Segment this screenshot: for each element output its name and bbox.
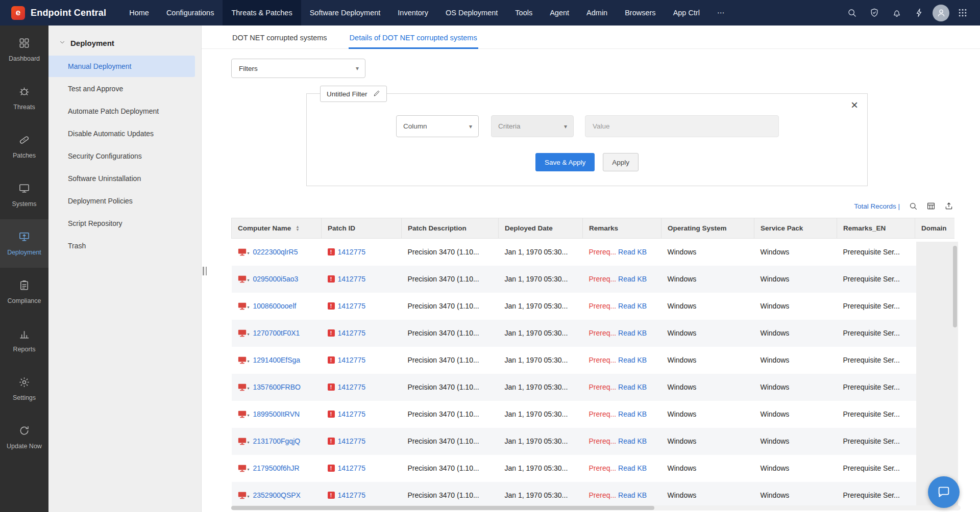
patch-id-link[interactable]: 1412775 bbox=[338, 248, 366, 256]
table-vertical-scrollbar[interactable] bbox=[916, 242, 958, 506]
rail-item-compliance[interactable]: Compliance bbox=[0, 268, 48, 316]
value-input[interactable] bbox=[585, 115, 779, 137]
sidebar-item-manual-deployment[interactable]: Manual Deployment bbox=[48, 56, 195, 77]
sort-arrows-icon[interactable]: ▲▼ bbox=[296, 225, 299, 232]
device-menu-caret-icon[interactable]: ▾ bbox=[248, 332, 250, 337]
horizontal-scrollbar[interactable] bbox=[231, 505, 961, 510]
export-icon[interactable] bbox=[944, 201, 953, 211]
read-kb-link[interactable]: Read KB bbox=[618, 302, 647, 310]
rail-item-systems[interactable]: Systems bbox=[0, 171, 48, 219]
close-filter-icon[interactable]: × bbox=[851, 99, 858, 111]
tab-dot-net-corrupted-systems[interactable]: DOT NET corrupted systems bbox=[231, 29, 328, 49]
sidebar-item-test-and-approve[interactable]: Test and Approve bbox=[48, 78, 195, 99]
nav-item-admin[interactable]: Admin bbox=[578, 0, 616, 25]
search-records-icon[interactable] bbox=[909, 201, 918, 211]
sidebar-section-header[interactable]: Deployment bbox=[48, 25, 201, 56]
read-kb-link[interactable]: Read KB bbox=[618, 248, 647, 256]
computer-name-link[interactable]: 2179500f6hJR bbox=[253, 464, 300, 472]
nav-item-inventory[interactable]: Inventory bbox=[389, 0, 437, 25]
rail-item-reports[interactable]: Reports bbox=[0, 316, 48, 365]
criteria-select[interactable]: Criteria ▾ bbox=[491, 115, 574, 137]
computer-name-link[interactable]: 0295000i5ao3 bbox=[253, 275, 299, 283]
nav-item-agent[interactable]: Agent bbox=[541, 0, 578, 25]
sidebar-item-security-configurations[interactable]: Security Configurations bbox=[48, 145, 195, 167]
horizontal-scroll-thumb[interactable] bbox=[231, 506, 654, 510]
read-kb-link[interactable]: Read KB bbox=[618, 275, 647, 283]
read-kb-link[interactable]: Read KB bbox=[618, 356, 647, 364]
device-menu-caret-icon[interactable]: ▾ bbox=[248, 440, 250, 445]
patch-id-link[interactable]: 1412775 bbox=[338, 410, 366, 418]
device-menu-caret-icon[interactable]: ▾ bbox=[248, 494, 250, 499]
read-kb-link[interactable]: Read KB bbox=[618, 464, 647, 472]
patch-id-link[interactable]: 1412775 bbox=[338, 437, 366, 445]
computer-name-link[interactable]: 0222300qlrR5 bbox=[253, 248, 298, 256]
save-apply-button[interactable]: Save & Apply bbox=[535, 153, 595, 171]
panel-resize-handle[interactable] bbox=[203, 267, 207, 275]
rail-item-update-now[interactable]: Update Now bbox=[0, 413, 48, 462]
column-header-patch-id[interactable]: Patch ID bbox=[322, 218, 402, 239]
patch-id-link[interactable]: 1412775 bbox=[338, 464, 366, 472]
nav-item-threats-patches[interactable]: Threats & Patches bbox=[223, 0, 301, 25]
user-avatar[interactable] bbox=[933, 5, 949, 21]
rail-item-dashboard[interactable]: Dashboard bbox=[0, 25, 48, 74]
sidebar-item-disable-automatic-updates[interactable]: Disable Automatic Updates bbox=[48, 123, 195, 144]
edit-filter-icon[interactable] bbox=[373, 90, 380, 98]
column-header-computer-name[interactable]: Computer Name▲▼ bbox=[232, 218, 322, 239]
computer-name-link[interactable]: 2352900QSPX bbox=[253, 491, 301, 499]
computer-name-link[interactable]: 1899500ItRVN bbox=[253, 410, 300, 418]
column-header-remarks[interactable]: Remarks bbox=[583, 218, 662, 239]
column-header-service-pack[interactable]: Service Pack bbox=[754, 218, 837, 239]
apply-button[interactable]: Apply bbox=[603, 153, 639, 171]
device-menu-caret-icon[interactable]: ▾ bbox=[248, 467, 250, 472]
device-menu-caret-icon[interactable]: ▾ bbox=[248, 305, 250, 310]
sidebar-item-deployment-policies[interactable]: Deployment Policies bbox=[48, 190, 195, 212]
read-kb-link[interactable]: Read KB bbox=[618, 410, 647, 418]
nav-item-tools[interactable]: Tools bbox=[506, 0, 541, 25]
assistant-fab[interactable] bbox=[928, 476, 960, 508]
search-icon[interactable] bbox=[843, 4, 861, 22]
nav-item-configurations[interactable]: Configurations bbox=[158, 0, 223, 25]
sidebar-item-script-repository[interactable]: Script Repository bbox=[48, 213, 195, 234]
filters-dropdown[interactable]: Filters ▾ bbox=[231, 59, 365, 78]
device-menu-caret-icon[interactable]: ▾ bbox=[248, 251, 250, 255]
patch-id-link[interactable]: 1412775 bbox=[338, 383, 366, 391]
nav-item-os-deployment[interactable]: OS Deployment bbox=[437, 0, 506, 25]
patch-id-link[interactable]: 1412775 bbox=[338, 329, 366, 337]
read-kb-link[interactable]: Read KB bbox=[618, 383, 647, 391]
patch-id-link[interactable]: 1412775 bbox=[338, 275, 366, 283]
quick-actions-icon[interactable] bbox=[910, 4, 928, 22]
tab-details-of-dot-net-corrupted-systems[interactable]: Details of DOT NET corrupted systems bbox=[349, 29, 478, 49]
nav-item-browsers[interactable]: Browsers bbox=[616, 0, 664, 25]
read-kb-link[interactable]: Read KB bbox=[618, 437, 647, 445]
rail-item-patches[interactable]: Patches bbox=[0, 122, 48, 171]
patch-id-link[interactable]: 1412775 bbox=[338, 302, 366, 310]
sidebar-item-trash[interactable]: Trash bbox=[48, 235, 195, 257]
computer-name-link[interactable]: 1291400EfSga bbox=[253, 356, 301, 364]
read-kb-link[interactable]: Read KB bbox=[618, 329, 647, 337]
patch-id-link[interactable]: 1412775 bbox=[338, 356, 366, 364]
column-header-operating-system[interactable]: Operating System bbox=[662, 218, 754, 239]
device-menu-caret-icon[interactable]: ▾ bbox=[248, 278, 250, 283]
apps-grid-icon[interactable] bbox=[953, 4, 972, 22]
device-menu-caret-icon[interactable]: ▾ bbox=[248, 359, 250, 364]
rail-item-deployment[interactable]: Deployment bbox=[0, 219, 48, 268]
sidebar-item-software-uninstallation[interactable]: Software Uninstallation bbox=[48, 168, 195, 189]
filter-name-chip[interactable]: Untitled Filter bbox=[320, 86, 387, 102]
column-header-patch-description[interactable]: Patch Description bbox=[402, 218, 499, 239]
rail-item-threats[interactable]: Threats bbox=[0, 74, 48, 122]
patch-id-link[interactable]: 1412775 bbox=[338, 491, 366, 499]
total-records-link[interactable]: Total Records | bbox=[854, 202, 900, 210]
column-select[interactable]: Column ▾ bbox=[396, 115, 479, 137]
column-header-domain[interactable]: Domain bbox=[915, 218, 955, 239]
computer-name-link[interactable]: 2131700FgqjQ bbox=[253, 437, 301, 445]
notifications-icon[interactable] bbox=[888, 4, 906, 22]
sidebar-item-automate-patch-deployment[interactable]: Automate Patch Deployment bbox=[48, 100, 195, 122]
rail-item-settings[interactable]: Settings bbox=[0, 365, 48, 413]
computer-name-link[interactable]: 1357600FRBO bbox=[253, 383, 301, 391]
nav-item-software-deployment[interactable]: Software Deployment bbox=[301, 0, 389, 25]
column-header-deployed-date[interactable]: Deployed Date bbox=[499, 218, 583, 239]
read-kb-link[interactable]: Read KB bbox=[618, 491, 647, 499]
device-menu-caret-icon[interactable]: ▾ bbox=[248, 413, 250, 418]
column-header-remarks-en[interactable]: Remarks_EN bbox=[837, 218, 915, 239]
security-status-icon[interactable] bbox=[865, 4, 884, 22]
